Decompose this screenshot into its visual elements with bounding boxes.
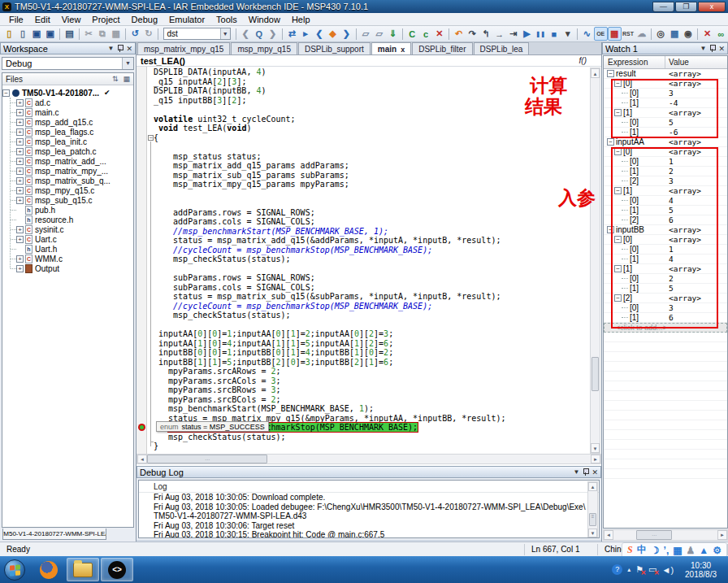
watch-empty-row[interactable] [604,459,727,469]
code-line[interactable]: //cycleCount = msp_benchmarkStop(MSP_BEN… [154,302,505,311]
copy-icon[interactable]: ⧉ [95,27,109,41]
state-cloud-icon[interactable]: ☁ [635,27,648,41]
code-line[interactable]: inputBB[0][0]=1;inputBB[0][1]=4;inputBB[… [154,348,505,358]
watch-menu-icon[interactable]: ▼ [700,46,707,52]
watch-horizontal-scrollbar[interactable]: ◄ ⋯ ► [603,529,728,541]
probe-icon[interactable]: ◎ [654,27,668,41]
find-icon[interactable]: Q [252,27,266,41]
nav-back-icon[interactable]: ❮ [239,27,253,41]
chinese-mode-icon[interactable]: 中 [637,543,647,557]
workspace-close-icon[interactable]: ✕ [126,45,132,53]
expand-icon[interactable]: + [16,148,24,155]
expand-icon[interactable]: + [16,119,24,126]
step-over-icon[interactable]: ↷ [466,27,479,41]
co-loop-icon[interactable]: ∞ [714,27,728,41]
watch-scroll-right-icon[interactable]: ► [717,530,727,540]
sidebar-item-uart-c[interactable]: +CUart.c [2,234,133,244]
menu-project[interactable]: Project [86,14,125,25]
watch-row[interactable]: −[1]<array> [604,264,727,274]
code-line[interactable]: inputAA[0][0]=1;inputAA[0][1]=2;inputAA[… [154,329,505,339]
watch-row[interactable]: [2]6 [604,215,727,225]
expand-icon[interactable]: + [16,197,24,204]
watch-row[interactable]: [1]2 [604,167,727,176]
code-line[interactable]: msp_matrix_mpy_q15_params mpyParams; [154,180,505,189]
code-line[interactable]: msp_matrix_sub_q15_params subParams; [154,171,505,181]
start-button[interactable] [4,559,25,581]
debug-log-close-icon[interactable]: ✕ [592,468,598,476]
close-button[interactable]: x [698,2,726,12]
expand-icon[interactable]: + [16,168,24,175]
watch-row[interactable]: [1]5 [604,206,727,215]
expand-icon[interactable]: + [16,226,24,233]
shield-icon[interactable]: ◆ [326,27,340,41]
watch-empty-row[interactable] [604,352,727,362]
breakpoint-margin[interactable] [136,67,147,454]
collapse-icon[interactable]: − [614,294,622,302]
go-icon[interactable]: ▶ [520,27,534,41]
project-root-row[interactable]: −TM50-V1-4-201807...✔ [2,88,133,98]
scroll-up-icon[interactable]: ▲ [591,68,600,78]
collapse-icon[interactable]: − [607,138,614,146]
watch-close-icon[interactable]: ✕ [718,45,725,53]
log-column-header[interactable]: Log [139,481,599,493]
collapse-icon[interactable]: − [607,70,614,77]
collapse-icon[interactable]: − [607,226,614,233]
watch-empty-row[interactable] [604,430,727,440]
target-icon[interactable]: ◉ [682,27,696,41]
sidebar-item-msp-mpy-q15-c[interactable]: +Cmsp_mpy_q15.c [2,185,133,195]
sort-icon[interactable]: ⇅ [112,75,119,83]
watch-row[interactable]: [1]5 [604,284,727,294]
code-line[interactable]: //msp_benchmarkStart(MSP_BENCHMARK_BASE,… [154,227,505,237]
code-line[interactable]: status = msp_matrix_sub_q15(&subParams, … [154,292,505,302]
code-line[interactable]: msp_matrix_add_q15_params addParams; [154,161,505,171]
code-line[interactable]: _q15 inputAA[2][3]; [154,77,505,87]
break-icon[interactable]: ❚❚ [534,27,548,41]
watch-empty-row[interactable] [604,391,727,401]
sidebar-item-resource-h[interactable]: hresource.h [2,215,133,224]
workspace-menu-icon[interactable]: ▼ [108,46,115,52]
watch-empty-row[interactable] [604,420,727,430]
code-line[interactable]: mpyParams.srcBCols = 2; [154,395,505,405]
expand-icon[interactable]: + [16,158,24,165]
step-out-icon[interactable]: ↰ [479,27,493,41]
code-line[interactable]: mpyParams.srcARows = 2; [154,367,505,376]
code-line[interactable]: volatile uint32_t cycleCount; [154,115,505,124]
debug-log-pin-icon[interactable] [583,468,588,476]
stop-build-icon[interactable]: ✕ [432,27,446,41]
watch-row[interactable]: [0]3 [604,89,727,98]
sidebar-item-msp-matrix-mpy-[interactable]: +Cmsp_matrix_mpy_... [2,166,133,176]
code-line[interactable] [154,320,505,330]
paste-icon[interactable]: ▦ [109,27,123,41]
taskbar-firefox-button[interactable] [32,558,65,581]
flag-tray-icon[interactable]: ⚑✕ [635,564,644,575]
collapse-icon[interactable]: − [614,109,622,116]
watch-row[interactable]: [0]5 [604,118,727,128]
code-line[interactable]: inputBB[1][1]=5;inputBB[2][0]=3;inputBB[… [154,358,505,368]
expression-column-header[interactable]: Expression [604,56,665,68]
watch-row[interactable]: −[1]<array> [604,186,727,196]
watch-empty-row[interactable] [604,381,727,391]
code-line[interactable]: void test_LEA(void) [154,124,505,133]
expand-icon[interactable]: + [16,236,24,243]
expand-icon[interactable]: + [16,255,24,263]
taskbar-explorer-button[interactable] [67,558,99,581]
more-dropdown-icon[interactable]: ▾ [561,27,574,41]
sidebar-item-output[interactable]: +Output [2,263,133,273]
watch-row[interactable]: [0]4 [604,196,727,206]
menu-edit[interactable]: Edit [29,14,56,25]
expand-icon[interactable]: + [16,187,24,194]
code-line[interactable]: //cycleCount = msp_benchmarkStop(MSP_BEN… [154,246,505,255]
watch-row[interactable]: −[2]<array> [604,294,727,303]
expand-icon[interactable]: + [16,128,24,136]
collapse-icon[interactable]: − [2,89,10,97]
log-scroll-down-icon[interactable]: ▼ [588,529,597,537]
collapse-icon[interactable]: − [614,265,622,272]
code-line[interactable]: inputAA[1][0]=4;inputAA[1][1]=5;inputAA[… [154,339,505,349]
menu-file[interactable]: File [3,14,29,25]
watch-pin-icon[interactable] [709,45,715,52]
tab-dsplib_support[interactable]: DSPLib_support [298,42,370,54]
scroll-down-icon[interactable]: ▼ [591,443,600,453]
watch-empty-row[interactable] [604,411,727,420]
sidebar-item-msp-lea-init-c[interactable]: +Cmsp_lea_init.c [2,137,133,146]
expand-icon[interactable]: + [16,177,24,185]
